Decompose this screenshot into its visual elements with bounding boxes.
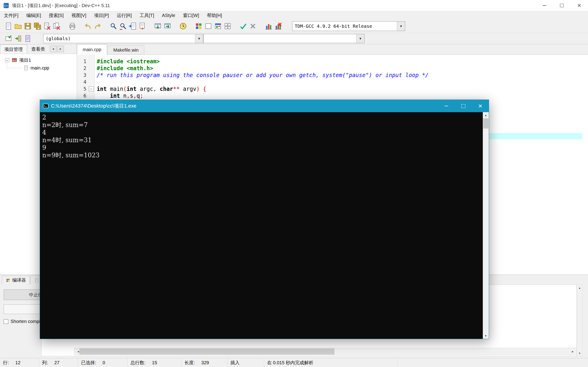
scroll-right-icon[interactable]: ► [569,348,577,355]
find2-icon [119,22,127,30]
class-browse-toolbar: (globals) ▼ ▼ [0,33,588,44]
line-number: 6 [83,92,86,99]
close-all-button[interactable] [52,21,61,31]
new-project-button[interactable] [194,21,204,31]
fold-marker[interactable]: − [89,86,94,91]
compiler-select-value: TDM-GCC 4.9.2 64-bit Release [292,23,397,29]
goto-line-button[interactable] [128,21,137,31]
syntax-check-button[interactable] [238,21,248,31]
minimize-icon [444,106,448,106]
project-options-button[interactable] [213,21,223,31]
code-segment [156,86,160,92]
console-line: 9 [42,144,483,151]
menu-item-4[interactable]: 项目[P] [90,11,113,19]
tab-scroll-left-button[interactable]: ◄ [50,46,57,52]
compile-and-run-button[interactable] [178,21,188,31]
tab-makefile-win[interactable]: Makefile.win [107,45,144,54]
console-window[interactable]: C:\Users\24374\Desktop\cc\项目1.exe × 2n=2… [40,100,489,339]
menu-item-5[interactable]: 运行[R] [113,11,136,19]
chevron-down-icon[interactable]: ▼ [356,34,364,43]
maximize-button[interactable] [553,0,571,11]
class-browser-button[interactable] [23,33,33,44]
close-project-button[interactable] [204,21,213,31]
menu-item-2[interactable]: 搜索[S] [45,11,68,19]
log-vertical-scrollbar[interactable]: ▲ ▼ [577,285,582,356]
console-output: 2n=2时, sum=74n=4时, sum=319n=9时, sum=1023 [40,112,483,339]
undo-button[interactable] [83,21,93,31]
abort-compilation-button[interactable] [248,21,258,31]
goto-definition-button[interactable] [13,33,23,44]
editor-line: 4 [77,79,588,85]
profile-analysis-button[interactable] [264,21,273,31]
pagex2-icon [52,22,61,30]
scroll-down-icon[interactable]: ▼ [577,350,582,356]
menu-item-6[interactable]: 工具[T] [136,11,158,19]
run-button[interactable] [163,21,172,31]
editor-line: 5−int main(int argc, char** argv) { [77,85,588,92]
status-value: 27 [54,360,60,365]
scroll-up-icon[interactable]: ▲ [483,112,489,118]
project-tree: − 项目1 main.cpp [0,54,77,72]
menu-item-3[interactable]: 视图[V] [68,11,90,19]
gutter-cell: 5− [77,85,95,92]
toolbar-main-buttons [4,21,283,31]
console-scrollbar[interactable]: ▲ ▼ [483,112,489,339]
status-label: 插入 [230,360,240,366]
chevron-down-icon[interactable]: ▼ [195,34,203,43]
code-segment: /* run this program using the console pa… [97,72,429,78]
menu-item-8[interactable]: 窗口[W] [179,11,203,19]
tab-class-view[interactable]: 查看类 [27,44,49,54]
package-manager-button[interactable] [223,21,233,31]
find-button[interactable] [108,21,118,31]
gutter-cell: 2 [77,65,95,72]
replace-button[interactable] [118,21,128,31]
compile-button[interactable] [153,21,163,31]
status-value: 15 [152,360,157,365]
close-button[interactable]: × [571,0,588,11]
shorten-paths-checkbox[interactable] [4,319,8,324]
goto-declaration-button[interactable] [4,33,13,44]
close-file-button[interactable] [42,21,52,31]
code-segment: ** [173,86,180,92]
code-segment: argv [180,86,196,92]
line-number: 3 [83,72,86,79]
print-button[interactable] [68,21,77,31]
gutter-cell: 1 [77,58,95,65]
bottom-tab-0[interactable]: 编译器 [2,276,30,284]
console-minimize-button[interactable] [438,100,455,112]
console-title-bar[interactable]: C:\Users\24374\Desktop\cc\项目1.exe × [40,100,489,112]
console-maximize-button[interactable] [455,100,472,112]
floppy2-icon [33,22,42,30]
scrollbar-thumb[interactable] [79,348,334,355]
compiler-select[interactable]: TDM-GCC 4.9.2 64-bit Release ▼ [292,21,405,31]
redo-button[interactable] [93,21,103,31]
console-close-button[interactable]: × [472,100,489,112]
goto-function-button[interactable] [137,21,147,31]
scrollbar-thumb[interactable] [483,118,488,128]
tab-main-cpp[interactable]: main.cpp [77,44,107,55]
member-select[interactable]: ▼ [203,34,364,43]
page-icon [4,22,13,30]
status-field-6: 在 0.015 秒内完成解析 [264,358,397,367]
save-all-button[interactable] [33,21,42,31]
scroll-up-icon[interactable]: ▲ [577,285,582,291]
log-horizontal-scrollbar[interactable]: ◄ ► [74,348,577,355]
colorwin-icon [214,22,222,30]
menu-item-0[interactable]: 文件[F] [0,11,22,19]
chevron-down-icon[interactable]: ▼ [397,22,405,31]
delete-profiling-button[interactable] [273,21,283,31]
minimize-button[interactable] [536,0,553,11]
new-file-button[interactable] [4,21,13,31]
menu-item-9[interactable]: 帮助[H] [203,11,226,19]
tab-scroll-right-button[interactable]: ► [57,46,64,52]
menu-item-1[interactable]: 编辑[E] [22,11,45,19]
status-field-1: 列:27 [39,358,78,367]
globals-select[interactable]: (globals) ▼ [43,34,203,43]
menu-item-7[interactable]: AStyle [158,11,179,19]
tab-project-manager[interactable]: 项目管理 [0,44,27,54]
open-file-button[interactable] [13,21,23,31]
scroll-down-icon[interactable]: ▼ [483,333,489,339]
status-field-3: 总行数:15 [128,358,182,367]
save-button[interactable] [23,21,33,31]
svg-text:C++: C++ [4,4,9,7]
